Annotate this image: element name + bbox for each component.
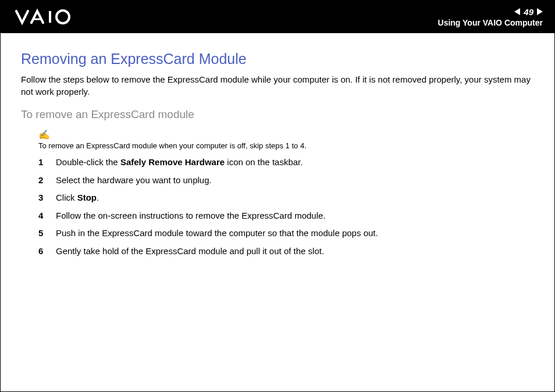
steps-list: Double-click the Safely Remove Hardware …	[21, 156, 534, 258]
step-text: Click	[56, 193, 77, 202]
page-header: 49 Using Your VAIO Computer	[1, 1, 554, 33]
page-heading: Removing an ExpressCard Module	[21, 51, 534, 67]
intro-paragraph: Follow the steps below to remove the Exp…	[21, 73, 534, 98]
header-right: 49 Using Your VAIO Computer	[438, 7, 543, 27]
step-text: Select the hardware you want to unplug.	[56, 174, 212, 187]
step-item: Push in the ExpressCard module toward th…	[21, 227, 534, 240]
step-text: icon on the taskbar.	[225, 157, 303, 167]
step-bold: Safely Remove Hardware	[120, 157, 225, 167]
note-text: To remove an ExpressCard module when you…	[38, 141, 534, 150]
svg-point-2	[56, 10, 69, 23]
step-text: .	[97, 193, 99, 202]
step-text: Push in the ExpressCard module toward th…	[56, 227, 378, 240]
next-page-arrow-icon[interactable]	[537, 8, 543, 15]
page-nav: 49	[514, 7, 543, 17]
note-block: ✍ To remove an ExpressCard module when y…	[38, 129, 534, 150]
step-text: Gently take hold of the ExpressCard modu…	[56, 245, 324, 258]
svg-rect-1	[49, 11, 51, 23]
step-item: Gently take hold of the ExpressCard modu…	[21, 245, 534, 258]
section-title: Using Your VAIO Computer	[438, 18, 543, 27]
step-bold: Stop	[77, 193, 97, 202]
sub-heading: To remove an ExpressCard module	[21, 108, 534, 121]
page-content: Removing an ExpressCard Module Follow th…	[1, 33, 554, 258]
step-item: Click Stop.	[21, 191, 534, 205]
prev-page-arrow-icon[interactable]	[514, 8, 520, 15]
step-text: Double-click the	[56, 157, 120, 167]
vaio-logo	[15, 9, 79, 25]
step-text: Follow the on-screen instructions to rem…	[56, 209, 326, 223]
step-item: Follow the on-screen instructions to rem…	[21, 209, 534, 223]
page-number: 49	[524, 7, 533, 17]
step-item: Select the hardware you want to unplug.	[21, 174, 534, 187]
note-icon: ✍	[38, 129, 50, 140]
step-item: Double-click the Safely Remove Hardware …	[21, 156, 534, 169]
